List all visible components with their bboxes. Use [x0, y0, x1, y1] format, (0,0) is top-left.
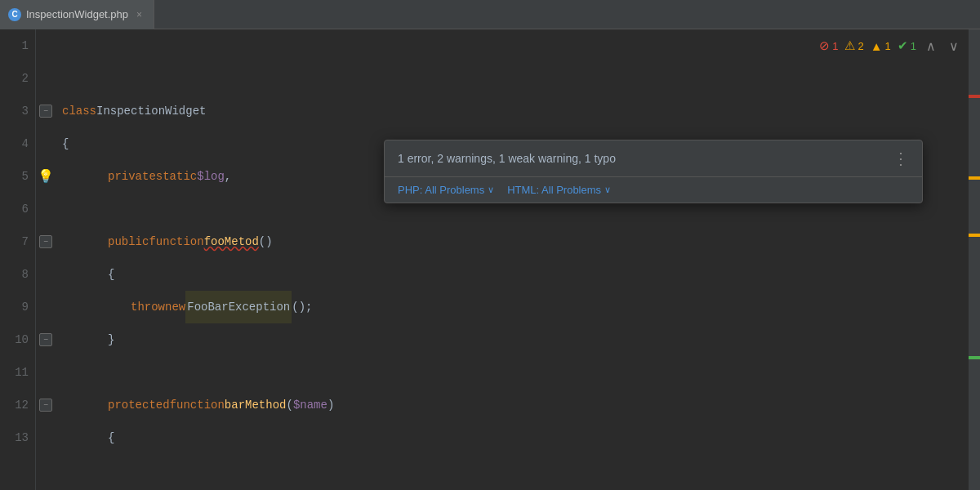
line-number-13: 13 — [7, 421, 29, 454]
code-line-8: { — [62, 258, 969, 291]
code-line-10: } — [62, 323, 969, 356]
inspection-tooltip: 1 error, 2 warnings, 1 weak warning, 1 t… — [384, 140, 923, 203]
line-number-1: 1 — [7, 29, 29, 62]
gutter-icon-line-13 — [36, 421, 56, 454]
gutter-icon-line-6 — [36, 193, 56, 225]
fold-icon-line10[interactable]: − — [39, 333, 52, 346]
code-line-3: class InspectionWidget — [62, 95, 969, 127]
editor: 12345678910111213 −💡−−− class Inspection… — [0, 29, 980, 490]
gutter-icon-line-5: 💡 — [36, 160, 56, 193]
line-number-9: 9 — [7, 291, 29, 323]
tab-bar: C InspectionWidget.php × — [0, 0, 980, 29]
warning-icon: ⚠ — [844, 38, 855, 53]
code-line-2 — [62, 62, 969, 95]
typo-count[interactable]: ✔ 1 — [898, 38, 916, 53]
warning-count[interactable]: ⚠ 2 — [844, 38, 863, 53]
gutter-icon-line-9 — [36, 291, 56, 323]
tooltip-filters: PHP: All Problems ∨ HTML: All Problems ∨ — [385, 177, 922, 203]
gutter-icon-line-7: − — [36, 225, 56, 258]
error-icon: ⊘ — [819, 38, 830, 53]
line-number-12: 12 — [7, 389, 29, 421]
error-count[interactable]: ⊘ 1 — [819, 38, 838, 53]
scrollbar[interactable] — [969, 29, 980, 490]
typo-icon: ✔ — [898, 38, 908, 53]
tab-close-button[interactable]: × — [133, 7, 145, 22]
gutter-icon-line-10: − — [36, 323, 56, 356]
line-number-4: 4 — [7, 127, 29, 160]
weak-warning-icon: ▲ — [871, 39, 883, 53]
tooltip-header: 1 error, 2 warnings, 1 weak warning, 1 t… — [385, 140, 922, 177]
line-number-3: 3 — [7, 95, 29, 127]
fold-icon-line7[interactable]: − — [39, 235, 52, 248]
gutter-icon-line-3: − — [36, 95, 56, 127]
gutter-icon-line-12: − — [36, 389, 56, 421]
html-problems-filter[interactable]: HTML: All Problems ∨ — [507, 184, 611, 196]
line-number-10: 10 — [7, 323, 29, 356]
line-number-5: 5 — [7, 160, 29, 193]
inspection-bar: ⊘ 1 ⚠ 2 ▲ 1 ✔ 1 ∧ ∨ — [813, 29, 969, 62]
line-number-6: 6 — [7, 193, 29, 225]
gutter-icon-line-1 — [36, 29, 56, 62]
gutter: −💡−−− — [36, 29, 56, 490]
gutter-icon-line-2 — [36, 62, 56, 95]
code-line-12: protected function barMethod($name) — [62, 389, 969, 421]
scroll-warning-marker2 — [969, 234, 980, 237]
weak-warning-count[interactable]: ▲ 1 — [871, 39, 891, 53]
next-issue-button[interactable]: ∨ — [946, 37, 962, 56]
scroll-info-marker — [969, 356, 980, 359]
gutter-icon-line-4 — [36, 127, 56, 160]
gutter-icon-line-8 — [36, 258, 56, 291]
scroll-warning-marker1 — [969, 176, 980, 180]
fold-icon-line3[interactable]: − — [39, 105, 52, 118]
line-numbers: 12345678910111213 — [0, 29, 36, 490]
file-tab[interactable]: C InspectionWidget.php × — [0, 0, 154, 29]
gutter-icon-line-11 — [36, 356, 56, 389]
tooltip-summary: 1 error, 2 warnings, 1 weak warning, 1 t… — [398, 152, 616, 165]
line-number-8: 8 — [7, 258, 29, 291]
line-number-7: 7 — [7, 225, 29, 258]
fold-icon-line12[interactable]: − — [39, 399, 52, 412]
php-problems-filter[interactable]: PHP: All Problems ∨ — [398, 184, 494, 196]
code-line-7: public function fooMetod() — [62, 225, 969, 258]
code-line-9: throw new FooBarException(); — [62, 291, 969, 323]
code-line-11 — [62, 356, 969, 389]
code-line-13: { — [62, 421, 969, 454]
tab-filename: InspectionWidget.php — [26, 8, 128, 20]
scroll-error-marker — [969, 95, 980, 98]
line-number-2: 2 — [7, 62, 29, 95]
tab-file-icon: C — [8, 8, 21, 21]
lightbulb-icon[interactable]: 💡 — [38, 168, 54, 185]
code-area[interactable]: class InspectionWidget{ private static $… — [56, 29, 969, 490]
line-number-11: 11 — [7, 356, 29, 389]
tooltip-more-button[interactable]: ⋮ — [893, 149, 909, 168]
prev-issue-button[interactable]: ∧ — [923, 37, 939, 56]
